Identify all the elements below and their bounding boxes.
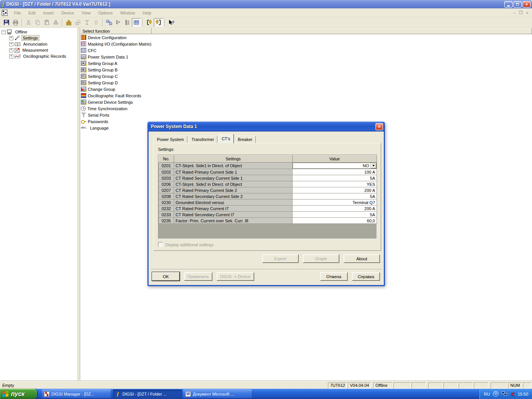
cell-setting[interactable]: CT Rated Secondary Current I7 [174, 212, 293, 218]
cell-no[interactable]: 0233 [159, 212, 174, 218]
list-item-masking-io[interactable]: Masking I/O (Configuration Matrix) [80, 41, 532, 47]
cell-no[interactable]: 0201 [159, 163, 174, 169]
device-open-button[interactable] [145, 18, 154, 27]
about-button[interactable]: About [344, 254, 380, 263]
outline-large-button[interactable] [123, 18, 132, 27]
list-item-label[interactable]: General Device Settings [88, 100, 133, 104]
list-item-label[interactable]: Change Group [88, 87, 115, 92]
cell-setting[interactable]: CT Rated Primary Current Side 2 [174, 187, 293, 193]
print-button[interactable] [11, 18, 20, 27]
display-additional-settings-checkbox[interactable]: Display additional settings [158, 242, 214, 247]
cell-setting[interactable]: CT-Strpnt. Side2 in Direct. of Object [174, 181, 293, 187]
list-item-general-device-settings[interactable]: General Device Settings [80, 99, 532, 105]
cell-no[interactable]: 0235 [159, 218, 174, 224]
tree-label-offline[interactable]: Offline [14, 29, 28, 35]
cell-no[interactable]: 0207 [159, 187, 174, 193]
menu-file[interactable]: File [10, 9, 25, 17]
network-icon[interactable] [502, 391, 508, 396]
cell-setting[interactable]: Factor: Prim. Current over Sek. Curr. I8 [174, 218, 293, 224]
list-item-label[interactable]: Masking I/O (Configuration Matrix) [88, 42, 152, 46]
cell-setting[interactable]: CT Rated Primary Current Side 1 [174, 169, 293, 175]
cell-setting[interactable]: CT Rated Secondary Current Side 2 [174, 193, 293, 200]
cell-setting[interactable]: CT Rated Primary Current I7 [174, 206, 293, 212]
task-word-document[interactable]: W Документ Microsoft ... [183, 390, 252, 398]
menu-help[interactable]: Help [139, 9, 155, 17]
list-item-power-system-data-1[interactable]: Power System Data 1 [80, 54, 532, 60]
tab-transformer[interactable]: Transformer [188, 136, 218, 143]
collapse-icon[interactable]: − [2, 30, 6, 34]
cell-value[interactable]: 5A [293, 175, 377, 181]
tab-breaker[interactable]: Breaker [234, 136, 256, 143]
list-item-label[interactable]: Time Synchronization [87, 106, 127, 111]
cell-no[interactable]: 0232 [159, 206, 174, 212]
list-item-label[interactable]: Setting Group B [88, 68, 117, 72]
list-item-setting-group-d[interactable]: Setting Group D [80, 79, 532, 86]
menu-window[interactable]: Window [116, 9, 139, 17]
list-item-cfc[interactable]: CFC [80, 47, 532, 54]
menu-view[interactable]: View [78, 9, 95, 17]
digsi-to-device-button[interactable]: DIGSI -> Device [217, 272, 254, 281]
tree-label-annunciation[interactable]: Annunciation [22, 41, 49, 47]
cell-value[interactable]: 5A [293, 212, 377, 218]
dialog-close-button[interactable]: × [375, 123, 383, 130]
cell-setting[interactable]: Grounded Electrod versus [174, 200, 293, 206]
list-item-label[interactable]: Setting Group C [88, 74, 118, 79]
list-item-label[interactable]: Language [90, 126, 109, 130]
expand-icon[interactable]: + [9, 36, 13, 40]
cell-value[interactable]: Terminal Q7 [293, 200, 377, 206]
tree-item-offline[interactable]: − Offline [0, 29, 78, 35]
cell-value[interactable]: 5A [293, 193, 377, 200]
task-digsi[interactable]: ƒ DIGSI - [DZT / Folder ... [113, 390, 182, 398]
cell-setting[interactable]: CT-Strpnt. Side1 in Direct. of Object [174, 163, 293, 169]
list-item-label[interactable]: Setting Group D [88, 81, 118, 85]
tree-label-measurement[interactable]: Measurement [21, 48, 49, 53]
tree-label-settings[interactable]: Settings [21, 35, 40, 41]
cell-no[interactable]: 0208 [159, 193, 174, 200]
list-item-label[interactable]: Serial Ports [88, 113, 109, 117]
help-button[interactable]: Справка [352, 272, 380, 281]
cancel-button[interactable]: Отмена [320, 272, 348, 281]
tab-power-system[interactable]: Power System [154, 136, 187, 143]
list-item-label[interactable]: Oscillographic Fault Records [88, 93, 141, 98]
mdi-restore-button[interactable]: ❐ [518, 10, 524, 15]
expand-icon[interactable]: + [9, 54, 13, 59]
list-item-change-group[interactable]: Change Group [80, 86, 532, 92]
checkbox-icon[interactable] [158, 242, 163, 247]
device-grid-button[interactable] [64, 18, 73, 27]
list-item-oscillographic-fault-records[interactable]: Oscillographic Fault Records [80, 92, 532, 99]
monitor-button[interactable] [92, 18, 101, 27]
list-item-label[interactable]: Passwords [88, 119, 108, 124]
cell-value[interactable]: 200 A [293, 206, 377, 212]
apply-button[interactable]: Применить [184, 272, 212, 281]
start-button[interactable]: пуск [0, 389, 37, 399]
cell-value[interactable]: NO [293, 163, 377, 169]
list-item-serial-ports[interactable]: Serial Ports [80, 112, 532, 118]
tray-collapse-icon[interactable]: ‹ [493, 391, 499, 397]
list-item-setting-group-a[interactable]: Setting Group A [80, 60, 532, 66]
mdi-minimize-button[interactable]: – [511, 11, 518, 15]
outline-small-button[interactable] [114, 18, 123, 27]
import-button[interactable] [82, 18, 92, 27]
language-indicator[interactable]: RU [484, 392, 490, 396]
cell-value[interactable]: YES [293, 181, 377, 187]
cell-setting[interactable]: CT Rated Secondary Current Side 1 [174, 175, 293, 181]
value-combobox[interactable]: NO [293, 163, 377, 169]
task-digsi-manager[interactable]: ▚ DIGSI Manager - [DZ... [42, 390, 111, 398]
close-button[interactable]: × [522, 1, 531, 8]
ok-button[interactable]: OK [152, 272, 180, 281]
tab-cts[interactable]: CT's [218, 134, 233, 143]
expand-icon[interactable]: + [9, 48, 13, 52]
tree-item-annunciation[interactable]: + Annunciation [0, 41, 78, 47]
list-item-device-configuration[interactable]: Device Configuration [80, 34, 532, 41]
tree-item-oscillographic-records[interactable]: + Oscillographic Records [0, 53, 78, 59]
restore-button[interactable] [513, 1, 522, 8]
list-item-label[interactable]: CFC [88, 48, 97, 53]
antivirus-icon[interactable]: K [511, 391, 515, 397]
combobox-value[interactable]: NO [293, 163, 370, 168]
menu-insert[interactable]: Insert [40, 9, 58, 17]
cell-value[interactable]: 200 A [293, 187, 377, 193]
tree-item-settings[interactable]: + Settings [0, 35, 78, 41]
context-help-button[interactable]: ? [167, 18, 176, 27]
list-item-setting-group-c[interactable]: Setting Group C [80, 73, 532, 79]
cell-value[interactable]: 60,0 [293, 218, 377, 224]
